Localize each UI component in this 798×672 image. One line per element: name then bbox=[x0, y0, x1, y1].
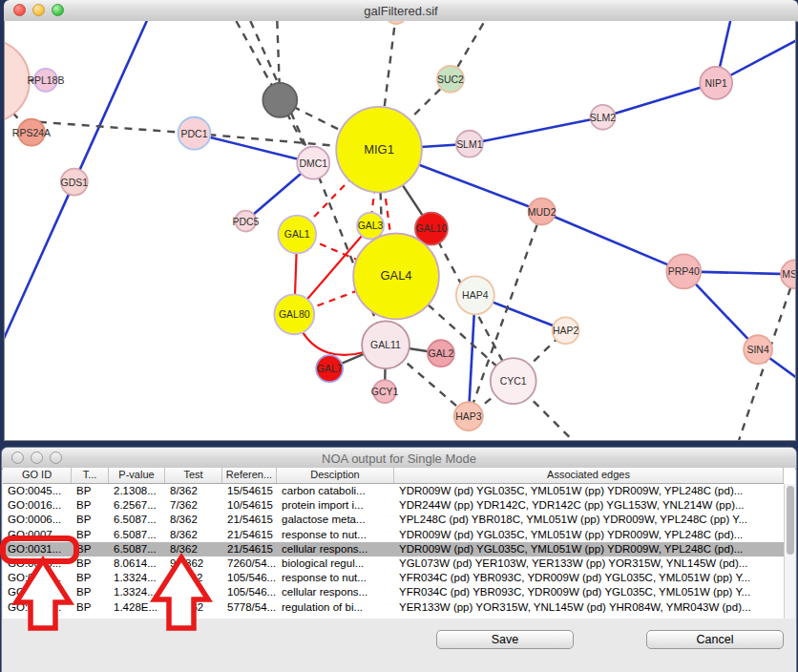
table-cell: 6.5087... bbox=[109, 513, 165, 527]
table-cell: YPL248C (pd) YBR018C, YML051W (pp) YDR00… bbox=[394, 513, 784, 527]
node-label: SUC2 bbox=[437, 74, 464, 85]
node-label: SLM1 bbox=[456, 139, 483, 150]
node-label: HAP2 bbox=[553, 326, 579, 336]
node-label: GAL11 bbox=[370, 340, 401, 350]
network-canvas[interactable]: RPL18BRPS24AGDS1PDC1PDC5DMC1MIG1SUC2SLM1… bbox=[4, 21, 796, 441]
table-cell: 2.1308... bbox=[109, 484, 165, 498]
results-table: GO IDT...P-valueTestReferen...Desciption… bbox=[3, 468, 795, 620]
column-header-associated-edges[interactable]: Associated edges bbox=[394, 468, 784, 483]
table-row[interactable]: GO:0006...BP6.5087...8/36221/54615galact… bbox=[3, 513, 784, 527]
table-cell: 105/546... bbox=[222, 585, 277, 599]
node-label: RPL18B bbox=[27, 75, 64, 86]
table-row[interactable]: GO:0031...BP1.3324...11/362105/546...cel… bbox=[3, 585, 784, 599]
node-label: PDC5 bbox=[232, 217, 259, 227]
table-cell: GO:0045... bbox=[3, 484, 72, 498]
node-label: MSL1 bbox=[782, 269, 795, 280]
table-cell: YFR034C (pd) YBR093C, YDR009W (pd) YGL03… bbox=[394, 571, 784, 585]
node-bigpink[interactable] bbox=[5, 39, 30, 123]
node-topcut[interactable] bbox=[386, 21, 407, 24]
node-label: CYC1 bbox=[500, 376, 527, 387]
table-cell: cellular respons... bbox=[277, 542, 394, 556]
column-header-referen-[interactable]: Referen... bbox=[222, 468, 277, 483]
table-cell: BP bbox=[72, 556, 109, 571]
close-icon[interactable] bbox=[13, 4, 26, 16]
network-window-title: galFiltered.sif bbox=[4, 4, 798, 18]
table-cell: 6.5087... bbox=[109, 542, 165, 556]
table-cell: 8.0614... bbox=[109, 556, 165, 571]
table-row[interactable]: GO:0007...BP6.5087...8/36221/54615respon… bbox=[3, 528, 784, 542]
table-cell: biological regul... bbox=[277, 556, 394, 571]
node-gray1[interactable] bbox=[262, 83, 297, 117]
column-header-t-[interactable]: T... bbox=[72, 468, 109, 483]
table-row[interactable]: GO:0016...BP6.2567...7/36210/54615protei… bbox=[3, 498, 784, 513]
cancel-button[interactable]: Cancel bbox=[646, 630, 784, 649]
table-cell: protein import i... bbox=[277, 498, 394, 513]
column-header-p-value[interactable]: P-value bbox=[109, 468, 165, 483]
node-label: GAL80 bbox=[279, 309, 310, 320]
table-row[interactable]: GO:0065...BP8.0614...94/3627260/54...bio… bbox=[3, 556, 784, 571]
noa-window-titlebar[interactable]: NOA output for Single Mode bbox=[2, 448, 796, 470]
table-cell: 94/362 bbox=[165, 556, 222, 571]
table-cell: 105/546... bbox=[222, 571, 277, 585]
table-cell: 11/362 bbox=[165, 585, 222, 599]
table-cell: YFR034C (pd) YBR093C, YDR009W (pd) YGL03… bbox=[394, 585, 784, 599]
node-label: MUD2 bbox=[528, 207, 556, 218]
table-header-row: GO IDT...P-valueTestReferen...Desciption… bbox=[3, 468, 784, 484]
table-cell: GO:0031... bbox=[3, 585, 72, 599]
table-cell: 1.3324... bbox=[109, 585, 165, 599]
edge bbox=[74, 21, 148, 182]
table-cell: cellular respons... bbox=[277, 585, 394, 599]
column-header-test[interactable]: Test bbox=[165, 468, 222, 483]
close-icon[interactable] bbox=[11, 452, 24, 464]
table-cell: 8/362 bbox=[165, 513, 222, 527]
table-cell: response to nut... bbox=[277, 571, 394, 585]
table-row[interactable]: GO:0031...BP1.3324...11/362105/546...res… bbox=[3, 571, 784, 585]
table-cell: GO:0065... bbox=[3, 556, 72, 571]
table-cell: GO:0016... bbox=[3, 498, 72, 513]
edge bbox=[39, 122, 195, 134]
noa-window-title: NOA output for Single Mode bbox=[2, 452, 796, 466]
node-label: HAP4 bbox=[462, 290, 489, 301]
table-cell: 1.428E... bbox=[109, 600, 165, 615]
node-label: GAL2 bbox=[429, 348, 454, 359]
table-cell: GO:0007... bbox=[3, 528, 72, 542]
table-cell: BP bbox=[72, 513, 109, 527]
vertical-scrollbar[interactable] bbox=[784, 484, 795, 619]
table-cell: BP bbox=[72, 542, 109, 556]
node-label: PRP40 bbox=[668, 266, 700, 277]
table-cell: galactose meta... bbox=[277, 513, 394, 527]
column-header-go-id[interactable]: GO ID bbox=[3, 468, 72, 483]
table-cell: YDR244W (pp) YDR142C, YDR142C (pp) YGL15… bbox=[394, 498, 784, 513]
edge bbox=[602, 83, 716, 117]
table-body: GO:0045...BP2.1308...8/36215/54615carbon… bbox=[3, 484, 784, 615]
edge bbox=[5, 182, 74, 346]
node-label: GAL4 bbox=[380, 268, 411, 283]
table-cell: 21/54615 bbox=[222, 542, 277, 556]
table-cell: GO:0006... bbox=[3, 513, 72, 527]
edge bbox=[470, 117, 603, 144]
screenshot-stage: galFiltered.sif RPL18BRPS24AGDS1PDC1PDC5… bbox=[0, 0, 798, 672]
table-cell: 8/362 bbox=[165, 484, 222, 498]
network-window: galFiltered.sif RPL18BRPS24AGDS1PDC1PDC5… bbox=[4, 0, 798, 441]
table-cell: 8/362 bbox=[165, 528, 222, 542]
edge bbox=[542, 212, 684, 272]
table-cell: 6.5087... bbox=[109, 528, 165, 542]
scrollbar-thumb[interactable] bbox=[787, 486, 794, 555]
save-button[interactable]: Save bbox=[436, 630, 574, 649]
zoom-icon[interactable] bbox=[50, 452, 62, 464]
minimize-icon[interactable] bbox=[32, 4, 45, 16]
table-cell: YDR009W (pd) YGL035C, YML051W (pp) YDR00… bbox=[394, 528, 784, 542]
node-label: GAL1 bbox=[284, 229, 310, 240]
button-panel: Save Cancel bbox=[2, 619, 796, 672]
column-header-desciption[interactable]: Desciption bbox=[277, 468, 394, 483]
table-row[interactable]: GO:0050...BP1.428E...80/3625778/54...reg… bbox=[3, 600, 784, 615]
network-window-titlebar[interactable]: galFiltered.sif bbox=[4, 0, 798, 22]
noa-output-window: NOA output for Single Mode GO IDT...P-va… bbox=[2, 448, 796, 672]
table-row[interactable]: GO:0031...BP6.5087...8/36221/54615cellul… bbox=[3, 542, 784, 556]
zoom-icon[interactable] bbox=[52, 4, 64, 16]
minimize-icon[interactable] bbox=[31, 452, 43, 464]
node-label: RPS24A bbox=[12, 128, 51, 138]
table-cell: GO:0031... bbox=[3, 571, 72, 585]
table-row[interactable]: GO:0045...BP2.1308...8/36215/54615carbon… bbox=[3, 484, 784, 498]
node-label: GDS1 bbox=[61, 178, 89, 188]
